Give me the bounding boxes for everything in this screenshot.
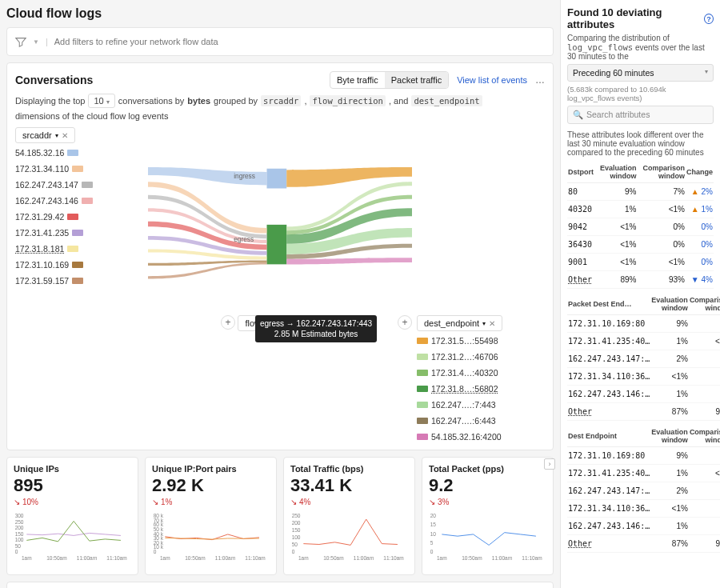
svg-text:5: 5 [430, 540, 434, 546]
traffic-type-segment[interactable]: Byte traffic Packet traffic [330, 71, 449, 89]
compare-window-select[interactable]: Preceding 60 minutes▾ [567, 64, 714, 82]
more-icon[interactable]: … [535, 74, 545, 86]
svg-text:1am: 1am [437, 555, 447, 561]
svg-text:100: 100 [292, 534, 301, 540]
svg-text:11:10am: 11:10am [383, 555, 403, 561]
filter-icon[interactable] [15, 36, 26, 47]
help-icon[interactable]: ? [704, 14, 714, 24]
svg-text:11:00am: 11:00am [215, 555, 235, 561]
arrow-down-icon: ↘ [152, 498, 158, 506]
metric-value: 895 [14, 475, 131, 496]
sparkline-chart: 05101520 1am10:50am11:00am11:10am [429, 510, 546, 566]
metric-title: Unique IP:Port pairs [152, 464, 270, 474]
attribute-row[interactable]: 36430<1%0% 0% [567, 236, 714, 254]
svg-text:80 k: 80 k [154, 513, 164, 518]
dest-address[interactable]: 54.185.32.16:4200 [417, 432, 502, 442]
dest-address[interactable]: 172.31.5…:55498 [417, 336, 498, 346]
srcaddr-pill[interactable]: srcaddr▾✕ [15, 127, 75, 143]
attribute-row[interactable]: 9042<1%0% 0% [567, 218, 714, 236]
src-address[interactable]: 162.247.243.146 [15, 196, 143, 206]
view-list-link[interactable]: View list of events [457, 75, 527, 85]
svg-text:150: 150 [292, 527, 301, 533]
metric-title: Unique IPs [14, 464, 131, 474]
side-desc: Comparing the distribution of log_vpc_fl… [567, 34, 714, 61]
src-address[interactable]: 162.247.243.147 [15, 180, 143, 190]
chevron-down-icon[interactable]: ▼ [33, 38, 39, 46]
svg-rect-0 [267, 169, 287, 189]
attribute-row[interactable]: 9001<1%<1% 0% [567, 254, 714, 271]
attribute-row[interactable]: Other87%91%▼ 4% [567, 535, 720, 553]
attr-group-name: Packet Dest End… [567, 294, 650, 315]
svg-text:1am: 1am [22, 555, 32, 561]
src-address[interactable]: 54.185.32.16 [15, 148, 143, 158]
attribute-row[interactable]: Other87%91%▼ 4% [567, 403, 720, 421]
close-icon[interactable]: ✕ [489, 319, 495, 328]
attribute-row[interactable]: 162.247.243.146:…1%2%▼ 1% [567, 518, 720, 535]
attribute-row[interactable]: 403201%<1%▲ 1% [567, 201, 714, 218]
dest-address[interactable]: 172.31.2…:46706 [417, 352, 498, 362]
svg-text:200: 200 [292, 520, 301, 526]
dim-dest-endpoint: dest_endpoint [411, 95, 482, 106]
sankey-chart: ingress egress [148, 148, 412, 308]
svg-text:250: 250 [15, 519, 24, 525]
metric-card: Unique IPs 895 ↘10% 050100150200250300 1… [6, 457, 138, 575]
filter-placeholder[interactable]: Add filters to refine your network flow … [54, 37, 218, 46]
src-address[interactable]: 172.31.59.157 [15, 276, 143, 286]
add-column-button[interactable]: + [221, 315, 235, 330]
svg-text:11:10am: 11:10am [522, 555, 542, 561]
dest-address[interactable]: 162.247.…:7:443 [417, 400, 496, 410]
attribute-row[interactable]: 172.31.41.235:40…1%<1%▲ 1% [567, 465, 720, 482]
svg-text:11:00am: 11:00am [77, 555, 97, 561]
src-address[interactable]: 172.31.8.181 [15, 244, 143, 254]
svg-text:10: 10 [430, 531, 437, 537]
desc-text: grouped by [214, 96, 258, 106]
add-column-button[interactable]: + [398, 315, 412, 330]
desc-text: dimensions of the cloud flow log events [15, 111, 168, 121]
attr-group-name: Dest Endpoint [567, 426, 650, 447]
deviating-attributes-title: Found 10 deviating attributes? [567, 6, 714, 30]
svg-text:10:50am: 10:50am [46, 555, 66, 561]
src-address[interactable]: 172.31.29.42 [15, 212, 143, 222]
svg-text:100: 100 [15, 537, 24, 542]
tab-byte-traffic[interactable]: Byte traffic [330, 72, 385, 88]
scroll-right-icon[interactable]: › [544, 458, 555, 470]
attribute-row[interactable]: 172.31.10.169:809%6%▲ 3% [567, 447, 720, 465]
attribute-row[interactable]: 162.247.243.147:…2%1%▲ 1% [567, 350, 720, 368]
metric-card: Unique IP:Port pairs 2.92 K ↘1% 010 k20 … [145, 457, 277, 575]
attribute-row[interactable]: 172.31.10.169:809%6%▲ 3% [567, 315, 720, 333]
search-attributes-input[interactable]: 🔍Search attributes [567, 106, 714, 124]
src-address[interactable]: 172.31.41.235 [15, 228, 143, 238]
arrow-down-icon: ↘ [14, 498, 20, 506]
attribute-row[interactable]: Other89%93%▼ 4% [567, 271, 714, 289]
metric-delta: ↘4% [290, 498, 408, 506]
metric-card: Total Packet (pps) 9.2 ↘3% 05101520 1am1… [422, 457, 554, 575]
sankey-tooltip: egress → 162.247.243.147:443 2.85 M Esti… [255, 315, 377, 342]
attribute-row[interactable]: 172.31.34.110:36…<1%0% 0% [567, 500, 720, 518]
sparkline-chart: 010 k20 k30 k40 k50 k60 k70 k80 k 1am10:… [152, 510, 270, 566]
desc-by: bytes [187, 96, 210, 106]
close-icon[interactable]: ✕ [62, 131, 68, 140]
metric-value: 2.92 K [152, 475, 270, 496]
arrow-down-icon: ↘ [429, 498, 435, 506]
svg-text:10:50am: 10:50am [462, 555, 482, 561]
src-address[interactable]: 172.31.10.169 [15, 260, 143, 270]
topn-select[interactable]: 10 ▾ [88, 94, 114, 108]
svg-text:10:50am: 10:50am [323, 555, 343, 561]
attribute-row[interactable]: 809%7%▲ 2% [567, 183, 714, 201]
svg-text:11:00am: 11:00am [492, 555, 512, 561]
svg-rect-1 [267, 225, 287, 265]
dest-endpoint-pill[interactable]: dest_endpoint▾✕ [417, 315, 502, 331]
attribute-row[interactable]: 172.31.34.110:36…<1%0% 0% [567, 368, 720, 386]
attribute-row[interactable]: 162.247.243.147:…2%1%▲ 1% [567, 482, 720, 500]
dest-address[interactable]: 172.31.8…:56802 [417, 384, 498, 394]
dest-address[interactable]: 172.31.4…:40320 [417, 368, 498, 378]
attribute-row[interactable]: 172.31.41.235:40…1%<1%▲ 1% [567, 333, 720, 350]
metric-title: Total Traffic (bps) [290, 464, 408, 474]
dest-address[interactable]: 162.247.…:6:443 [417, 416, 496, 426]
conversations-description: Displaying the top 10 ▾ conversations by… [15, 94, 545, 121]
attribute-row[interactable]: 162.247.243.146:…1%2%▼ 1% [567, 386, 720, 403]
tab-packet-traffic[interactable]: Packet traffic [385, 72, 448, 88]
svg-text:250: 250 [292, 513, 301, 518]
src-address[interactable]: 172.31.34.110 [15, 164, 143, 174]
page-title: Cloud flow logs [6, 6, 554, 21]
